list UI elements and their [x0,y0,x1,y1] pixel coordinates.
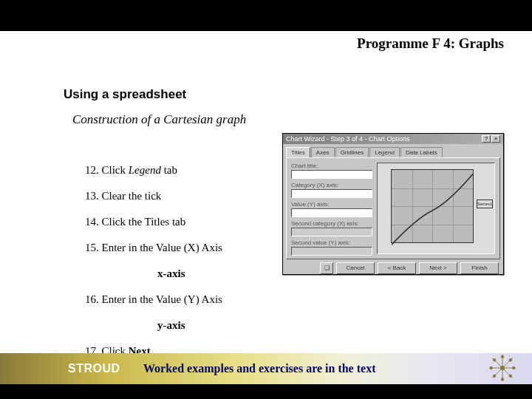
dialog-tabs: Titles Axes Gridlines Legend Data Labels [286,147,500,157]
cancel-button[interactable]: Cancel [336,262,375,274]
tab-data-labels[interactable]: Data Labels [400,147,443,157]
step-14: 14. Click the Titles tab [85,214,222,230]
dialog-titlebar: Chart Wizard - Step 3 of 4 - Chart Optio… [283,134,503,144]
svg-point-11 [493,375,496,378]
footer-note: Worked examples and exercises are in the… [143,362,375,375]
svg-point-4 [500,366,504,369]
step-15: 15. Enter in the Value (X) Axis [85,240,222,256]
preview-legend: Series1 [477,200,493,208]
tab-gridlines[interactable]: Gridlines [335,147,369,157]
finish-button[interactable]: Finish [460,262,499,274]
help-icon[interactable]: ? [482,135,491,143]
step-16: 16. Enter in the Value (Y) Axis [85,292,222,307]
step-12: 12. Click Legend tab [85,163,222,178]
tab-titles[interactable]: Titles [286,147,310,157]
input-chart-title[interactable] [291,170,372,179]
instruction-list: 12. Click Legend tab 13. Clear the tick … [85,163,222,369]
input-cat-x[interactable] [291,189,372,198]
label-chart-title: Chart title: [291,163,372,169]
publisher-logo-icon [489,355,516,381]
section-heading: Using a spreadsheet [64,87,186,102]
svg-point-9 [493,358,496,361]
programme-title: Programme F 4: Graphs [357,35,504,52]
subtitle: Construction of a Cartesian graph [72,112,246,127]
svg-point-10 [509,358,512,361]
svg-point-5 [501,355,504,358]
dialog-title-text: Chart Wizard - Step 3 of 4 - Chart Optio… [286,135,410,143]
office-assistant-icon[interactable]: ❏ [320,262,333,274]
svg-point-7 [490,366,493,369]
input-val-y[interactable] [291,208,372,217]
input-sec-y [291,247,372,256]
brand-label: STROUD [68,362,120,375]
chart-wizard-dialog: Chart Wizard - Step 3 of 4 - Chart Optio… [282,133,504,275]
svg-point-12 [509,375,512,378]
svg-point-8 [513,366,516,369]
close-icon[interactable]: × [491,135,500,143]
tab-axes[interactable]: Axes [311,147,335,157]
label-cat-x: Category (X) axis: [291,182,372,188]
label-val-y: Value (Y) axis: [291,201,372,208]
preview-curve [392,170,473,251]
tab-legend[interactable]: Legend [369,147,400,157]
label-sec-x: Second category (X) axis: [291,220,372,227]
chart-preview: Series1 [377,163,495,254]
label-sec-y: Second value (Y) axis: [291,239,372,246]
svg-point-6 [501,378,504,381]
step-15-value: x-axis [157,266,222,282]
next-button[interactable]: Next > [419,262,457,274]
step-13: 13. Clear the tick [85,188,222,204]
input-sec-x [291,228,372,236]
step-16-value: y-axis [157,318,222,333]
back-button[interactable]: < Back [378,262,416,274]
